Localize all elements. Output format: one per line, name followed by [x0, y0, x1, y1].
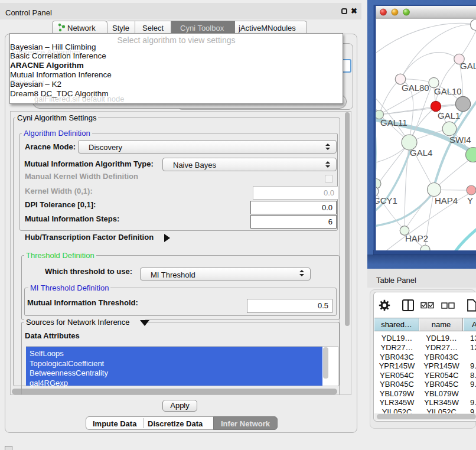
- svg-text:HAP2: HAP2: [405, 233, 428, 243]
- svg-text:GAL4: GAL4: [410, 148, 432, 158]
- svg-text:SWI4: SWI4: [449, 135, 471, 145]
- svg-text:Y: Y: [467, 195, 473, 206]
- svg-text:GAL1: GAL1: [438, 110, 460, 120]
- svg-text:GAL11: GAL11: [380, 118, 407, 128]
- svg-text:GCY1: GCY1: [373, 195, 397, 206]
- svg-text:GAL10: GAL10: [434, 86, 462, 96]
- svg-text:GAL80: GAL80: [402, 83, 429, 93]
- svg-text:GAL2: GAL2: [460, 61, 476, 71]
- svg-text:HAP4: HAP4: [435, 195, 458, 206]
